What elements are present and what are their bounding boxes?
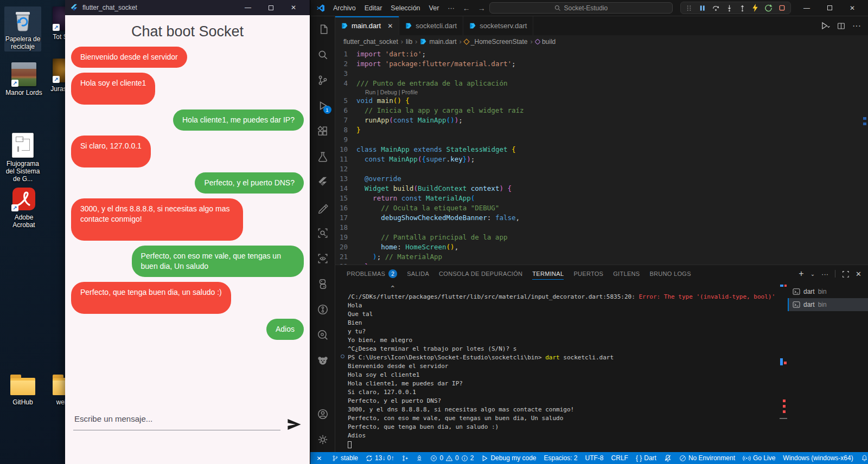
panel-tab-puertos[interactable]: PUERTOS xyxy=(569,265,608,282)
terminal-list-item[interactable]: dartbin xyxy=(788,285,868,298)
code-editor[interactable]: 1import 'dart:io';2import 'package:flutt… xyxy=(335,48,868,265)
os-target-status[interactable]: Windows (windows-x64) xyxy=(779,452,857,464)
tab-socketserv.dart[interactable]: socketserv.dart xyxy=(463,16,533,35)
client-message-bubble: Adios xyxy=(266,319,304,340)
panel-more-icon[interactable]: ··· xyxy=(821,270,828,278)
indent-status[interactable]: Espacios: 2 xyxy=(540,452,582,464)
vscode-close-button[interactable]: ✕ xyxy=(841,0,864,16)
launchpad-icon[interactable] xyxy=(412,452,426,464)
restart-icon[interactable] xyxy=(764,4,773,12)
nav-back-icon[interactable]: ← xyxy=(459,4,474,12)
debug-status[interactable]: Debug my code xyxy=(477,452,540,464)
activity-explorer-icon[interactable] xyxy=(310,16,335,42)
panel-tab-terminal[interactable]: TERMINAL xyxy=(527,265,569,282)
desktop-icon-manor[interactable]: ↗Manor Lords xyxy=(5,61,42,96)
remote-indicator[interactable] xyxy=(310,452,328,464)
problems-badge: 2 xyxy=(388,269,397,278)
codelens-run-debug[interactable]: Run | Debug | Profile xyxy=(335,88,868,96)
code-line: 4/// Punto de entrada de la aplicación xyxy=(335,79,868,88)
breadcrumb-item[interactable]: build xyxy=(535,38,556,46)
activity-source-control-icon[interactable] xyxy=(310,67,335,93)
menu-item-more[interactable]: ··· xyxy=(443,3,459,14)
activity-brush-icon[interactable] xyxy=(310,195,335,220)
language-status[interactable]: { }Dart xyxy=(632,452,660,464)
menu-item-seleccion[interactable]: Selección xyxy=(386,3,424,14)
breadcrumb-item[interactable]: _HomeScreenState xyxy=(464,38,528,46)
panel-tab-salida[interactable]: SALIDA xyxy=(402,265,434,282)
code-line: 21 ); // MaterialApp xyxy=(335,252,868,262)
go-live-status[interactable]: Go Live xyxy=(739,452,779,464)
breadcrumb-item[interactable]: lib xyxy=(406,38,412,46)
new-terminal-button[interactable]: + xyxy=(799,269,803,279)
desktop-icon-papelera[interactable]: Papelera de reciclaje xyxy=(4,7,41,51)
close-tab-icon[interactable]: ✕ xyxy=(387,22,393,30)
activity-python-icon[interactable] xyxy=(310,271,335,297)
vscode-maximize-button[interactable] xyxy=(818,0,841,16)
breadcrumb-item[interactable]: main.dart xyxy=(420,38,456,46)
notifications-bell-icon[interactable] xyxy=(857,452,868,464)
terminal-dropdown-icon[interactable]: ⌄ xyxy=(810,271,815,277)
activity-frame-search-icon[interactable] xyxy=(310,220,335,246)
step-over-icon[interactable] xyxy=(712,4,720,12)
desktop-icon-flujo[interactable]: Flujograma del Sistema de G... xyxy=(4,132,41,183)
run-file-icon[interactable] xyxy=(821,22,830,30)
python-env-status[interactable]: No Environment xyxy=(675,452,739,464)
menu-item-editar[interactable]: Editar xyxy=(360,3,387,14)
command-decoration-icon[interactable] xyxy=(341,355,344,358)
activity-gitlens-icon[interactable] xyxy=(310,297,335,322)
step-into-icon[interactable] xyxy=(726,4,733,12)
activity-frame-eye-icon[interactable] xyxy=(310,246,335,271)
split-editor-icon[interactable] xyxy=(837,22,845,30)
activity-flutter-icon[interactable] xyxy=(310,169,335,195)
panel-tab-bruno-logs[interactable]: BRUNO LOGS xyxy=(644,265,695,282)
send-icon[interactable] xyxy=(287,418,302,430)
panel-tab-problemas[interactable]: PROBLEMAS2 xyxy=(342,265,402,282)
vscode-minimize-button[interactable]: — xyxy=(795,0,818,16)
terminal-list-item[interactable]: dartbin xyxy=(788,298,868,311)
activity-account-icon[interactable] xyxy=(310,401,335,427)
panel-tab-gitlens[interactable]: GITLENS xyxy=(608,265,644,282)
eol-status[interactable]: CRLF xyxy=(608,452,632,464)
tab-socketcli.dart[interactable]: socketcli.dart xyxy=(399,16,463,35)
command-center-search[interactable]: Socket-Estudio xyxy=(489,2,673,14)
activity-settings-gear-icon[interactable] xyxy=(310,427,335,452)
chat-minimize-button[interactable]: — xyxy=(237,0,259,15)
step-out-icon[interactable] xyxy=(739,4,746,12)
chat-close-button[interactable]: ✕ xyxy=(282,0,305,15)
encoding-status[interactable]: UTF-8 xyxy=(582,452,608,464)
activity-bruno-dog-icon[interactable] xyxy=(310,347,335,373)
breadcrumb-item[interactable]: flutter_chat_socket xyxy=(343,38,398,46)
chat-titlebar[interactable]: flutter_chat_socket — ✕ xyxy=(65,0,310,15)
terminal-scrollbar[interactable] xyxy=(780,282,788,452)
editor-more-icon[interactable]: ··· xyxy=(852,21,861,31)
chat-maximize-button[interactable] xyxy=(259,0,282,15)
activity-run-debug-icon[interactable]: 1 xyxy=(310,93,335,118)
notifications-muted-icon[interactable] xyxy=(660,452,675,464)
activity-search-icon[interactable] xyxy=(310,42,335,67)
terminal-output[interactable]: ^/C:/SDKs/flutter/packages/flutter/lib/s… xyxy=(335,282,780,452)
gitlens-status-icon[interactable] xyxy=(398,452,412,464)
tab-main.dart[interactable]: main.dart✕ xyxy=(335,16,399,35)
nav-forward-icon[interactable]: → xyxy=(474,4,489,12)
grip-icon[interactable] xyxy=(686,4,693,12)
menu-item-archivo[interactable]: Archivo xyxy=(329,3,360,14)
desktop-icon-github[interactable]: GitHub xyxy=(4,371,41,406)
sync-status[interactable]: 13↓ 0↑ xyxy=(362,452,398,464)
panel-tab-consola-de-depuraci-n[interactable]: CONSOLA DE DEPURACIÓN xyxy=(434,265,527,282)
stop-icon[interactable] xyxy=(778,4,786,11)
pause-icon[interactable] xyxy=(699,4,706,12)
close-panel-icon[interactable]: ✕ xyxy=(856,270,861,278)
line-number: 7 xyxy=(335,115,356,125)
menu-item-ver[interactable]: Ver xyxy=(425,3,444,14)
desktop-icon-acrobat[interactable]: ↗Adobe Acrobat xyxy=(5,186,42,229)
message-input[interactable]: Escribe un mensaje... xyxy=(73,412,280,430)
code-line: 10class MainApp extends StatelessWidget … xyxy=(335,145,868,154)
git-branch-status[interactable]: stable xyxy=(328,452,362,464)
activity-test-beaker-icon[interactable] xyxy=(310,144,335,169)
hot-reload-icon[interactable] xyxy=(752,4,758,12)
dart-file-icon xyxy=(420,38,427,45)
problems-status[interactable]: 0 0 2 xyxy=(426,452,477,464)
maximize-panel-icon[interactable] xyxy=(842,270,849,278)
activity-extensions-icon[interactable] xyxy=(310,118,335,144)
activity-gitlens-search-icon[interactable] xyxy=(310,322,335,347)
